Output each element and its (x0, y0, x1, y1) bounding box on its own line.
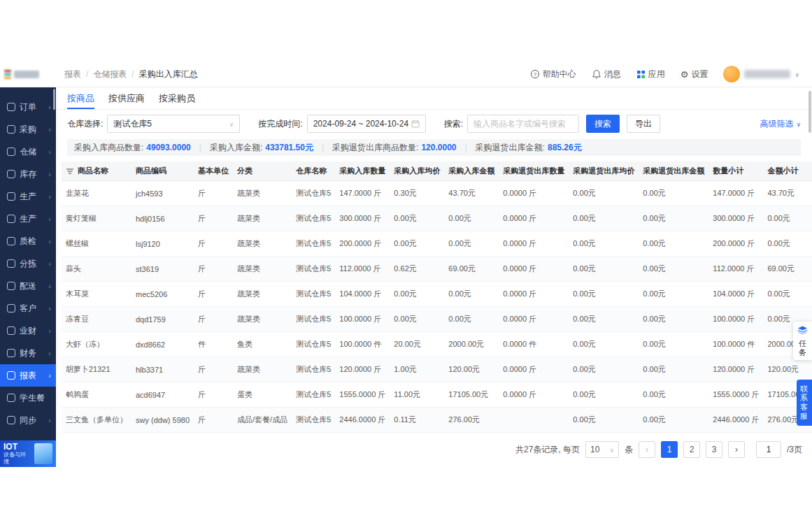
gear-icon: ⚙ (681, 70, 689, 79)
sidebar-item-sorting[interactable]: 分拣 (0, 252, 56, 275)
pagination: 共27条记录, 每页 10 条 1 2 3 /3页 (56, 433, 812, 458)
production-icon (7, 215, 15, 223)
purchase-in-amount: 433781.50元 (265, 142, 313, 154)
prev-page-button[interactable] (639, 441, 655, 458)
breadcrumb-separator: / (131, 69, 134, 79)
contact-service-button[interactable]: 联系客服 (797, 380, 812, 426)
sidebar-item-production[interactable]: 生产 (0, 185, 56, 208)
sidebar-item-business-finance[interactable]: 业财 (0, 319, 56, 342)
chevron-right-icon (48, 103, 51, 111)
sidebar-item-reports[interactable]: 报表 (0, 364, 56, 387)
chevron-right-icon (48, 170, 51, 178)
tab-by-purchaser[interactable]: 按采购员 (159, 87, 195, 109)
sidebar-item-student-meals[interactable]: 学生餐 (0, 387, 56, 409)
chevron-right-icon (48, 259, 51, 268)
inventory-icon (7, 170, 15, 178)
page-size-select[interactable]: 10 (585, 441, 619, 458)
chevron-down-icon (796, 119, 801, 129)
tab-by-product[interactable]: 按商品 (67, 87, 94, 109)
breadcrumb-reports[interactable]: 报表 (64, 69, 81, 80)
search-button[interactable]: 搜索 (586, 115, 620, 133)
procurement-icon (7, 125, 15, 134)
chevron-down-icon (795, 69, 799, 79)
export-button[interactable]: 导出 (627, 115, 660, 133)
sidebar-item-delivery[interactable]: 配送 (0, 275, 56, 297)
delivery-icon (7, 282, 15, 290)
sidebar-item-production-2[interactable]: 生产 (0, 208, 56, 230)
logo-text-blurred (14, 71, 39, 78)
sidebar: 订单 采购 仓储 库存 生产 生产 质检 (0, 87, 56, 467)
chevron-right-icon (48, 326, 51, 335)
help-icon: ? (530, 69, 540, 79)
page-button-2[interactable]: 2 (683, 441, 700, 458)
table-row: 胡萝卜21321hlb3371斤 蔬菜类测试仓库5120.0000 斤 1.00… (62, 357, 812, 382)
purchase-in-qty: 49093.0000 (146, 143, 190, 152)
search-input[interactable] (467, 115, 579, 133)
tab-by-supplier[interactable]: 按供应商 (108, 87, 145, 109)
breadcrumb-current: 采购出入库汇总 (139, 69, 198, 80)
layers-icon (797, 325, 808, 335)
messages-link[interactable]: 消息 (592, 69, 621, 80)
warehousing-icon (7, 148, 15, 156)
sidebar-scrollbar[interactable] (53, 89, 55, 110)
table-row: 三文鱼（多单位）swy (ddw) 5980斤 成品/套餐/成品测试仓库5244… (62, 408, 812, 433)
svg-text:?: ? (534, 71, 537, 78)
chevron-right-icon (48, 125, 51, 134)
topbar-actions: ? 帮助中心 消息 应用 ⚙ (530, 66, 812, 82)
breadcrumb-warehouse-reports[interactable]: 仓储报表 (93, 69, 127, 80)
date-range-picker[interactable]: 2024-09-24 ~ 2024-10-24 (307, 115, 426, 133)
user-menu[interactable] (723, 66, 799, 82)
table-row: 大虾（冻）dxd8662件 鱼类测试仓库5100.0000 件 20.00元20… (62, 332, 812, 357)
chevron-right-icon (48, 304, 51, 312)
business-finance-icon (7, 326, 15, 335)
chevron-right-icon (48, 349, 51, 357)
return-out-qty: 120.0000 (421, 143, 456, 152)
apps-grid-icon (636, 70, 646, 79)
next-page-button[interactable] (728, 441, 745, 458)
app-logo-blurred (0, 62, 56, 87)
chevron-down-icon (609, 445, 614, 454)
apps-link[interactable]: 应用 (636, 69, 665, 80)
table-row: 木耳菜mec5206斤 蔬菜类测试仓库5104.0000 斤 0.00元0.00… (62, 282, 812, 307)
column-filter-icon[interactable] (66, 167, 74, 175)
help-center-link[interactable]: ? 帮助中心 (530, 69, 576, 80)
sidebar-item-quality[interactable]: 质检 (0, 230, 56, 252)
chevron-down-icon (229, 119, 234, 129)
sidebar-item-procurement[interactable]: 采购 (0, 118, 56, 141)
settings-link[interactable]: ⚙ 设置 (681, 69, 708, 80)
content-scrollbar[interactable] (809, 91, 811, 133)
table-row: 韭菜花jch4593斤 蔬菜类测试仓库5147.0000 斤 0.30元43.7… (62, 181, 812, 206)
sidebar-item-sync[interactable]: 同步 (0, 409, 56, 431)
summary-bar: 采购入库商品数量: 49093.0000 | 采购入库金额: 433781.50… (67, 139, 801, 156)
topbar: 报表 / 仓储报表 / 采购出入库汇总 ? 帮助中心 消息 (0, 62, 812, 87)
production-icon (7, 192, 15, 201)
page-button-3[interactable]: 3 (706, 441, 722, 458)
page-jump-input[interactable] (756, 441, 781, 458)
customers-icon (7, 304, 15, 312)
table-header-row: 商品名称 商品编码 基本单位 分类 仓库名称 采购入库数量 采购入库均价 采购入… (62, 161, 812, 181)
table-row: 冻青豆dqd1759斤 蔬菜类测试仓库5100.0000 斤 0.00元0.00… (62, 307, 812, 332)
breadcrumb: 报表 / 仓储报表 / 采购出入库汇总 (56, 69, 530, 80)
calendar-icon (411, 120, 420, 128)
page-button-1[interactable]: 1 (661, 441, 678, 458)
return-out-amount: 885.26元 (548, 142, 582, 154)
sync-icon (7, 416, 15, 424)
sidebar-item-inventory[interactable]: 库存 (0, 163, 56, 185)
chevron-right-icon (48, 148, 51, 156)
main-content: 按商品 按供应商 按采购员 仓库选择: 测试仓库5 按完成时间: 2024-09… (56, 87, 812, 467)
sidebar-item-finance[interactable]: 财务 (0, 342, 56, 364)
orders-icon (7, 103, 15, 111)
chevron-right-icon (48, 371, 51, 380)
chevron-right-icon (48, 237, 51, 245)
bell-icon (592, 69, 601, 79)
iot-banner[interactable]: IOT 设备与环境 (0, 440, 56, 467)
sidebar-item-warehousing[interactable]: 仓储 (0, 141, 56, 163)
warehouse-select[interactable]: 测试仓库5 (107, 115, 240, 133)
sidebar-item-customers[interactable]: 客户 (0, 297, 56, 319)
sidebar-item-orders[interactable]: 订单 (0, 96, 56, 118)
table-row: 蒜头st3619斤 蔬菜类测试仓库5112.0000 斤 0.62元69.00元… (62, 257, 812, 282)
advanced-filter-link[interactable]: 高级筛选 (760, 118, 801, 130)
username-blurred (744, 70, 790, 78)
task-float-button[interactable]: 任务 (793, 322, 812, 360)
reports-icon (7, 371, 15, 380)
